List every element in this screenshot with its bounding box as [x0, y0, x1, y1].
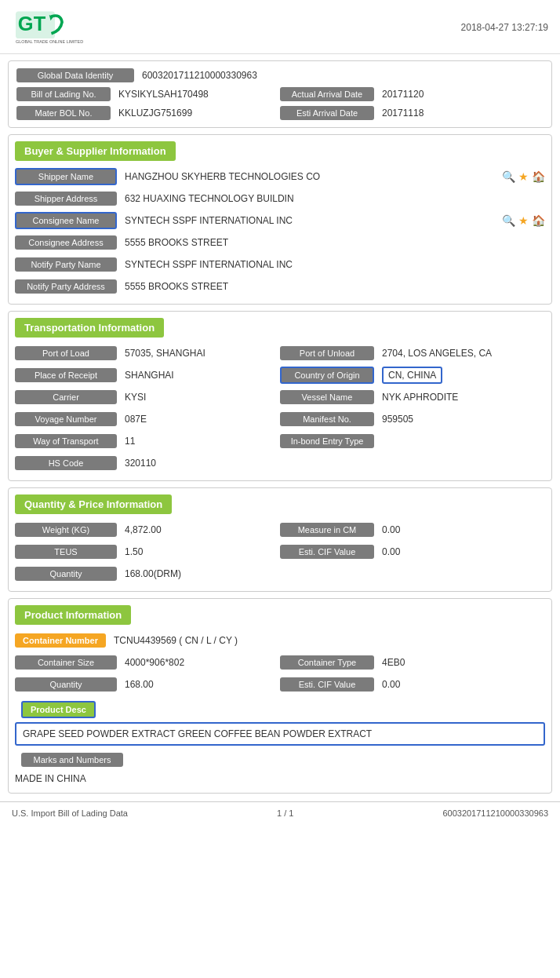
weight-left: Weight (KG) 4,872.00	[15, 523, 280, 537]
shipper-address-label: Shipper Address	[15, 192, 117, 206]
consignee-address-row: Consignee Address 5555 BROOKS STREET	[9, 232, 551, 254]
prod-cif-right: Esti. CIF Value 0.00	[280, 677, 545, 692]
global-data-value: 60032017112100003309​63	[142, 70, 257, 81]
port-of-unload-value: 2704, LOS ANGELES, CA	[382, 348, 492, 359]
buyer-supplier-section: Buyer & Supplier Information Shipper Nam…	[8, 134, 552, 305]
hs-code-label: HS Code	[15, 456, 117, 470]
timestamp: 2018-04-27 13:27:19	[461, 22, 548, 33]
product-info-section: Product Information Container Number TCN…	[8, 598, 552, 794]
weight-measure-row: Weight (KG) 4,872.00 Measure in CM 0.00	[9, 519, 551, 541]
star-icon[interactable]: ★	[518, 170, 529, 183]
quantity-price-section: Quantity & Price Information Weight (KG)…	[8, 487, 552, 592]
logo-area: G T GLOBAL TRADE ONLINE LIMITED	[12, 8, 98, 47]
inbond-right: In-bond Entry Type	[280, 434, 545, 448]
voyage-left: Voyage Number 087E	[15, 412, 280, 426]
voyage-number-label: Voyage Number	[15, 412, 117, 426]
container-number-label: Container Number	[15, 633, 106, 648]
prod-quantity-value: 168.00	[125, 679, 280, 690]
consignee-name-row: Consignee Name SYNTECH SSPF INTERNATIONA…	[9, 210, 551, 232]
teus-left: TEUS 1.50	[15, 545, 280, 559]
quantity-label: Quantity	[15, 567, 117, 581]
transportation-section: Transportation Information Port of Load …	[8, 311, 552, 481]
bol-row: Bill of Lading No. KYSIKYLSAH170498 Actu…	[16, 85, 544, 104]
consignee-star-icon[interactable]: ★	[518, 214, 529, 227]
teus-value: 1.50	[125, 546, 280, 557]
global-data-row: Global Data Identity 6003201711210000330…	[16, 66, 544, 85]
esti-arrival-right: Esti Arrival Date 20171118	[280, 106, 544, 120]
prod-quantity-label: Quantity	[15, 677, 117, 692]
country-origin-right: Country of Origin CN, CHINA	[280, 367, 545, 384]
measure-value: 0.00	[382, 524, 400, 535]
actual-arrival-label: Actual Arrival Date	[280, 87, 374, 101]
container-type-value: 4EB0	[382, 657, 405, 668]
receipt-origin-row: Place of Receipt SHANGHAI Country of Ori…	[9, 364, 551, 386]
actual-arrival-value: 20171120	[382, 89, 424, 100]
port-of-load-value: 57035, SHANGHAI	[125, 348, 280, 359]
footer: U.S. Import Bill of Lading Data 1 / 1 60…	[0, 801, 560, 824]
mater-bol-value: KKLUZJG751699	[118, 108, 192, 119]
actual-arrival-right: Actual Arrival Date 20171120	[280, 87, 544, 101]
weight-label: Weight (KG)	[15, 523, 117, 537]
port-of-load-label: Port of Load	[15, 346, 117, 360]
carrier-vessel-row: Carrier KYSI Vessel Name NYK APHRODITE	[9, 386, 551, 408]
inbond-entry-label: In-bond Entry Type	[280, 434, 374, 448]
carrier-label: Carrier	[15, 390, 117, 404]
way-transport-left: Way of Transport 11	[15, 434, 280, 448]
consignee-name-label: Consignee Name	[15, 212, 117, 229]
global-data-label: Global Data Identity	[16, 68, 134, 82]
svg-text:G: G	[18, 13, 34, 35]
consignee-search-icon[interactable]: 🔍	[502, 214, 515, 227]
quantity-row: Quantity 168.00(DRM)	[9, 563, 551, 585]
esti-cif-right: Esti. CIF Value 0.00	[280, 545, 545, 559]
shipper-address-row: Shipper Address 632 HUAXING TECHNOLOGY B…	[9, 188, 551, 210]
search-icon[interactable]: 🔍	[502, 170, 515, 183]
prod-qty-left: Quantity 168.00	[15, 677, 280, 692]
notify-party-name-label: Notify Party Name	[15, 257, 117, 272]
voyage-manifest-row: Voyage Number 087E Manifest No. 959505	[9, 408, 551, 430]
quantity-price-title: Quantity & Price Information	[15, 494, 172, 514]
vessel-name-label: Vessel Name	[280, 390, 374, 404]
consignee-name-value: SYNTECH SSPF INTERNATIONAL INC	[125, 215, 496, 226]
way-inbond-row: Way of Transport 11 In-bond Entry Type	[9, 430, 551, 452]
page-wrapper: G T GLOBAL TRADE ONLINE LIMITED 2018-04-…	[0, 0, 560, 978]
header: G T GLOBAL TRADE ONLINE LIMITED 2018-04-…	[0, 0, 560, 54]
teus-cif-row: TEUS 1.50 Esti. CIF Value 0.00	[9, 541, 551, 563]
esti-arrival-label: Esti Arrival Date	[280, 106, 374, 120]
notify-party-address-row: Notify Party Address 5555 BROOKS STREET	[9, 276, 551, 297]
consignee-address-label: Consignee Address	[15, 235, 117, 250]
shipper-name-value: HANGZHOU SKYHERB TECHNOLOGIES CO	[125, 171, 496, 182]
manifest-no-label: Manifest No.	[280, 412, 374, 426]
container-size-left: Container Size 4000*906*802	[15, 655, 280, 670]
bol-left: Bill of Lading No. KYSIKYLSAH170498	[16, 87, 280, 101]
way-of-transport-value: 11	[125, 436, 280, 447]
buyer-supplier-title: Buyer & Supplier Information	[15, 141, 176, 161]
product-desc-content: GRAPE SEED POWDER EXTRACT GREEN COFFEE B…	[15, 722, 545, 746]
shipper-name-row: Shipper Name HANGZHOU SKYHERB TECHNOLOGI…	[9, 166, 551, 188]
prod-esti-cif-label: Esti. CIF Value	[280, 677, 374, 692]
place-of-receipt-label: Place of Receipt	[15, 368, 117, 382]
home-icon[interactable]: 🏠	[532, 170, 545, 183]
carrier-left: Carrier KYSI	[15, 390, 280, 404]
footer-left: U.S. Import Bill of Lading Data	[12, 808, 128, 818]
notify-party-name-row: Notify Party Name SYNTECH SSPF INTERNATI…	[9, 254, 551, 276]
port-unload-right: Port of Unload 2704, LOS ANGELES, CA	[280, 346, 545, 360]
svg-text:GLOBAL TRADE ONLINE LIMITED: GLOBAL TRADE ONLINE LIMITED	[16, 39, 83, 44]
port-of-unload-label: Port of Unload	[280, 346, 374, 360]
consignee-home-icon[interactable]: 🏠	[532, 214, 545, 227]
country-of-origin-label: Country of Origin	[280, 367, 374, 384]
esti-arrival-value: 20171118	[382, 108, 424, 119]
consignee-address-value: 5555 BROOKS STREET	[125, 237, 545, 248]
shipper-icons: 🔍 ★ 🏠	[502, 170, 545, 183]
hs-code-row: HS Code 320110	[9, 452, 551, 474]
port-load-left: Port of Load 57035, SHANGHAI	[15, 346, 280, 360]
container-size-label: Container Size	[15, 655, 117, 670]
bol-value: KYSIKYLSAH170498	[118, 89, 209, 100]
weight-value: 4,872.00	[125, 524, 280, 535]
voyage-number-value: 087E	[125, 414, 280, 425]
container-type-right: Container Type 4EB0	[280, 655, 545, 670]
notify-party-name-value: SYNTECH SSPF INTERNATIONAL INC	[125, 259, 545, 270]
shipper-address-value: 632 HUAXING TECHNOLOGY BUILDIN	[125, 193, 545, 204]
port-row: Port of Load 57035, SHANGHAI Port of Unl…	[9, 342, 551, 364]
prod-qty-cif-row: Quantity 168.00 Esti. CIF Value 0.00	[9, 673, 551, 695]
container-size-value: 4000*906*802	[125, 657, 280, 668]
